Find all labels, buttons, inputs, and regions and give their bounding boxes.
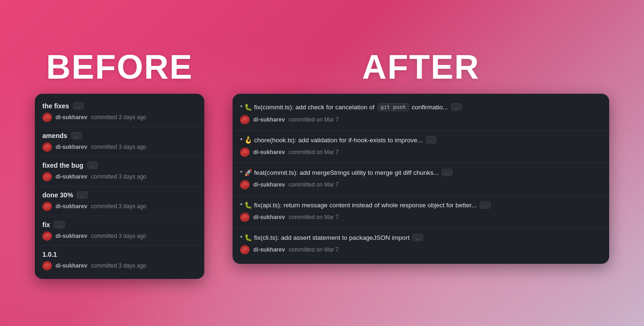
commit-badge[interactable]: ... [442, 169, 452, 176]
before-label: BEFORE [46, 48, 193, 86]
commit-row: fix ... di-sukharev committed 3 days ago [35, 216, 204, 246]
commit-title-row: fixed the bug ... [42, 162, 197, 169]
commit-title-row: fix ... [42, 221, 197, 228]
commit-author: di-sukharev [56, 114, 87, 121]
commit-title: fix [42, 221, 50, 228]
commit-title-row: * 🚀 feat(commit.ts): add mergeStrings ut… [240, 169, 602, 176]
commit-author: di-sukharev [253, 181, 285, 188]
commit-title-row: amends ... [42, 132, 197, 139]
commit-title-row: * 🪝 chore(hook.ts): add validation for i… [240, 136, 602, 144]
commit-time: committed on Mar 7 [289, 214, 338, 220]
commit-meta: di-sukharev committed on Mar 7 [240, 245, 602, 254]
commit-badge[interactable]: ... [451, 103, 462, 111]
commit-title: done 30% [42, 191, 73, 199]
commit-row: * 🐛 fix(commit.ts): add check for cancel… [233, 98, 609, 130]
commit-row: * 🚀 feat(commit.ts): add mergeStrings ut… [233, 163, 609, 196]
commit-title-cont: confirmatio... [412, 104, 448, 111]
before-column: BEFORE the fixes ... di-sukharev committ… [35, 48, 204, 279]
commit-row: fixed the bug ... di-sukharev committed … [35, 157, 204, 187]
commit-author: di-sukharev [253, 214, 285, 220]
commit-time: committed on Mar 7 [289, 149, 338, 155]
commit-meta: di-sukharev committed on Mar 7 [240, 212, 602, 222]
avatar [42, 202, 52, 211]
commit-author: di-sukharev [253, 246, 285, 253]
commit-meta: di-sukharev committed on Mar 7 [240, 180, 602, 189]
commit-badge[interactable]: ... [87, 162, 98, 169]
commit-time: committed 3 days ago [91, 262, 146, 269]
after-column: AFTER * 🐛 fix(commit.ts): add check for … [233, 48, 609, 264]
avatar [240, 245, 250, 254]
commit-meta: di-sukharev committed 3 days ago [42, 142, 197, 152]
commit-author: di-sukharev [56, 233, 87, 239]
commit-row: amends ... di-sukharev committed 3 days … [35, 127, 204, 157]
commit-title-row: the fixes ... [42, 102, 197, 110]
commit-time: committed 3 days ago [91, 233, 146, 239]
commit-title-text: * 🐛 fix(api.ts): return message content … [240, 201, 477, 209]
commit-title-row: done 30% ... [42, 191, 197, 199]
commit-title-text: * 🪝 chore(hook.ts): add validation for i… [240, 136, 423, 144]
commit-author: di-sukharev [56, 262, 87, 269]
commit-meta: di-sukharev committed 3 days ago [42, 231, 197, 241]
commit-badge[interactable]: ... [71, 132, 82, 139]
commit-author: di-sukharev [253, 149, 285, 155]
avatar [42, 113, 52, 122]
avatar [42, 261, 52, 270]
commit-time: committed 3 days ago [91, 173, 146, 180]
code-badge: git push [378, 103, 409, 111]
commit-title-row: * 🐛 fix(api.ts): return message content … [240, 201, 602, 209]
commit-time: committed 3 days ago [91, 144, 146, 150]
commit-badge[interactable]: ... [54, 221, 64, 228]
commit-title: 1.0.1 [42, 251, 57, 258]
main-container: BEFORE the fixes ... di-sukharev committ… [25, 38, 619, 288]
commit-row: * 🐛 fix(api.ts): return message content … [233, 196, 609, 228]
commit-badge[interactable]: ... [77, 191, 88, 199]
commit-author: di-sukharev [56, 144, 87, 150]
commit-meta: di-sukharev committed on Mar 7 [240, 147, 602, 157]
commit-meta: di-sukharev committed 3 days ago [42, 261, 197, 270]
after-card: * 🐛 fix(commit.ts): add check for cancel… [233, 94, 609, 264]
commit-badge[interactable]: ... [73, 102, 84, 110]
avatar [240, 212, 250, 222]
commit-title: the fixes [42, 102, 69, 110]
commit-author: di-sukharev [56, 173, 87, 180]
avatar [42, 142, 52, 152]
commit-time: committed on Mar 7 [289, 116, 338, 123]
before-card: the fixes ... di-sukharev committed 3 da… [35, 94, 204, 279]
commit-meta: di-sukharev committed on Mar 7 [240, 115, 602, 124]
commit-title-row: * 🐛 fix(cli.ts): add assert statement to… [240, 234, 602, 241]
commit-time: committed 3 days ago [91, 114, 146, 121]
commit-row: done 30% ... di-sukharev committed 3 day… [35, 187, 204, 216]
commit-author: di-sukharev [56, 203, 87, 210]
commit-row: * 🐛 fix(cli.ts): add assert statement to… [233, 228, 609, 260]
commit-author: di-sukharev [253, 116, 285, 123]
avatar [42, 172, 52, 181]
commit-badge[interactable]: ... [480, 201, 491, 209]
commit-title-text: * 🐛 fix(commit.ts): add check for cancel… [240, 103, 375, 111]
avatar [240, 147, 250, 157]
commit-meta: di-sukharev committed 3 days ago [42, 202, 197, 211]
commit-row: the fixes ... di-sukharev committed 3 da… [35, 98, 204, 127]
commit-meta: di-sukharev committed 3 days ago [42, 113, 197, 122]
avatar [240, 115, 250, 124]
commit-row: * 🪝 chore(hook.ts): add validation for i… [233, 130, 609, 163]
after-label: AFTER [362, 48, 480, 86]
commit-title-row: * 🐛 fix(commit.ts): add check for cancel… [240, 103, 602, 111]
commit-title-text: * 🐛 fix(cli.ts): add assert statement to… [240, 234, 410, 241]
commit-title: amends [42, 132, 67, 139]
commit-badge[interactable]: ... [426, 136, 436, 144]
commit-title-text: * 🚀 feat(commit.ts): add mergeStrings ut… [240, 169, 439, 176]
commit-badge[interactable]: ... [412, 234, 423, 241]
commit-time: committed on Mar 7 [289, 181, 338, 188]
commit-row: 1.0.1 di-sukharev committed 3 days ago [35, 246, 204, 275]
commit-meta: di-sukharev committed 3 days ago [42, 172, 197, 181]
avatar [240, 180, 250, 189]
commit-title: fixed the bug [42, 162, 83, 169]
commit-time: committed 3 days ago [91, 203, 146, 210]
commit-title-row: 1.0.1 [42, 251, 197, 258]
commit-time: committed on Mar 7 [289, 246, 338, 253]
avatar [42, 231, 52, 241]
